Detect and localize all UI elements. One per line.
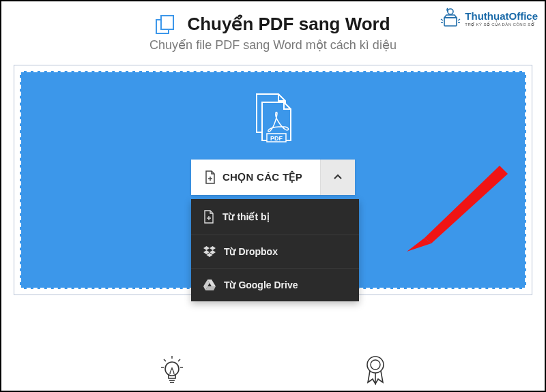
page-subtitle: Chuyển file PDF sang Word một cách kì di… bbox=[15, 37, 531, 52]
svg-rect-1 bbox=[444, 18, 457, 26]
choose-files-button-group: CHỌN CÁC TỆP bbox=[191, 160, 355, 195]
annotation-arrow bbox=[400, 164, 516, 262]
svg-line-17 bbox=[164, 359, 166, 361]
svg-rect-7 bbox=[161, 16, 173, 29]
drop-area-container: PDF CHỌN CÁC TỆP bbox=[14, 65, 532, 295]
watermark-logo: ThuthuatOffice TRỢ KÝ SỐ CỦA DÂN CÔNG SỞ bbox=[440, 7, 538, 30]
file-add-icon bbox=[203, 210, 214, 224]
file-add-icon bbox=[205, 170, 216, 184]
svg-marker-14 bbox=[407, 238, 431, 252]
drop-area[interactable]: PDF CHỌN CÁC TỆP bbox=[20, 71, 526, 289]
choose-files-label: CHỌN CÁC TỆP bbox=[222, 171, 302, 183]
dropdown-item-gdrive[interactable]: Từ Google Drive bbox=[191, 269, 359, 301]
watermark-tagline: TRỢ KÝ SỐ CỦA DÂN CÔNG SỞ bbox=[465, 22, 538, 27]
choose-files-button[interactable]: CHỌN CÁC TỆP bbox=[191, 160, 320, 195]
watermark-icon bbox=[440, 7, 461, 30]
svg-line-4 bbox=[458, 19, 460, 20]
svg-point-0 bbox=[448, 9, 453, 14]
choose-files-toggle[interactable] bbox=[320, 160, 355, 195]
pdf-stack-icon: PDF bbox=[251, 93, 295, 147]
dropbox-icon bbox=[203, 246, 216, 257]
dropdown-item-label: Từ thiết bị bbox=[222, 211, 270, 222]
svg-text:PDF: PDF bbox=[270, 135, 283, 142]
source-dropdown: Từ thiết bị Từ Dropbox bbox=[191, 199, 359, 301]
svg-marker-15 bbox=[425, 166, 508, 243]
svg-point-24 bbox=[367, 357, 384, 373]
page-title: Chuyển PDF sang Word bbox=[187, 14, 390, 35]
dropdown-item-dropbox[interactable]: Từ Dropbox bbox=[191, 235, 359, 269]
chevron-up-icon bbox=[333, 174, 343, 181]
dropdown-item-label: Từ Dropbox bbox=[224, 246, 278, 257]
footer-feature-icons bbox=[1, 355, 545, 385]
dropdown-item-label: Từ Google Drive bbox=[224, 280, 298, 290]
svg-point-25 bbox=[371, 360, 380, 370]
google-drive-icon bbox=[203, 280, 216, 290]
watermark-brand: ThuthuatOffice bbox=[465, 11, 538, 21]
documents-icon bbox=[156, 15, 179, 34]
svg-line-2 bbox=[441, 19, 443, 20]
dropdown-item-device[interactable]: Từ thiết bị bbox=[191, 199, 359, 235]
lightbulb-icon bbox=[160, 355, 184, 385]
svg-line-18 bbox=[178, 359, 180, 361]
award-ribbon-icon bbox=[364, 355, 387, 385]
